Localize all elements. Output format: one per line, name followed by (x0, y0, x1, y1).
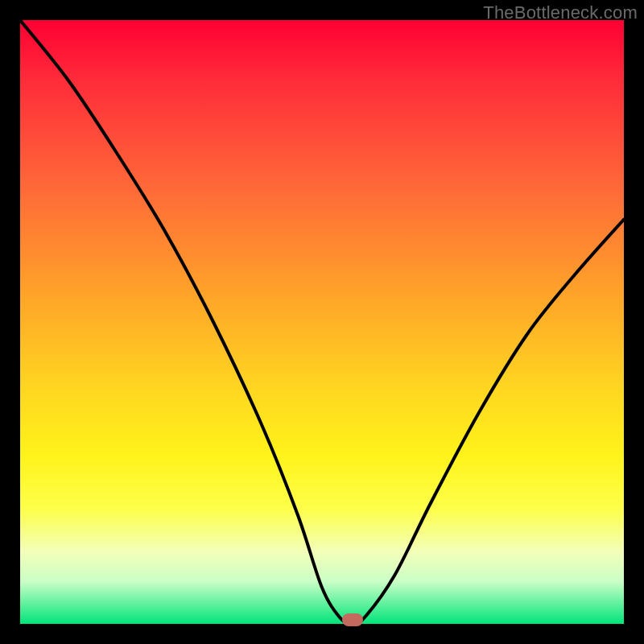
optimum-marker (342, 613, 363, 626)
bottleneck-curve (20, 20, 624, 624)
plot-area (20, 20, 624, 624)
chart-frame: TheBottleneck.com (0, 0, 644, 644)
